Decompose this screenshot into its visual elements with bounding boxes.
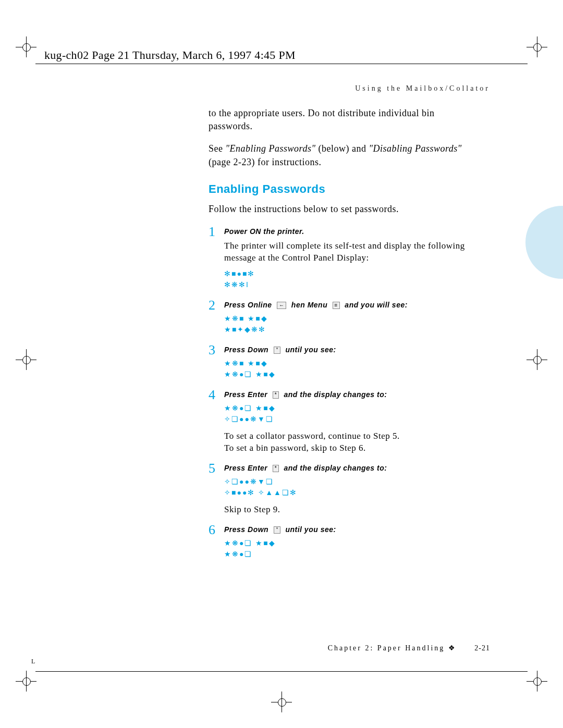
step-3: 3 Press Down ˅ until you see: ★❋■ ★■◆ ★❋… bbox=[209, 343, 480, 385]
step-2: 2 Press Online ← hen Menu ≡ and you will… bbox=[209, 299, 480, 340]
side-letter: L bbox=[31, 658, 35, 665]
key-enter-icon: * bbox=[273, 465, 279, 472]
step-num: 4 bbox=[209, 388, 224, 459]
key-menu-icon: ≡ bbox=[333, 302, 340, 309]
section-intro: Follow the instructions below to set pas… bbox=[209, 203, 480, 216]
bottom-rule bbox=[35, 671, 528, 672]
step-title-part: and you will see: bbox=[342, 301, 408, 309]
step-title-part: Press Online bbox=[224, 301, 274, 309]
key-online-icon: ← bbox=[277, 302, 287, 309]
step-title-part: Press Down bbox=[224, 525, 271, 534]
reg-mark-bottom bbox=[271, 692, 292, 712]
display-output: ★❋■ ★■◆ ★■✦◆❋✻ bbox=[224, 313, 480, 335]
step-4: 4 Press Enter * and the display changes … bbox=[209, 388, 480, 459]
side-tab bbox=[525, 206, 563, 279]
crop-mark-tr bbox=[527, 36, 547, 57]
footer-chapter: Chapter 2: Paper Handling bbox=[328, 644, 445, 652]
reg-mark-left bbox=[16, 349, 36, 370]
step-num: 2 bbox=[209, 299, 224, 340]
page-footer: Chapter 2: Paper Handling ❖ 2-21 bbox=[328, 644, 490, 652]
step-6: 6 Press Down ˅ until you see: ★❋●❏ ★■◆ ★… bbox=[209, 523, 480, 565]
footer-arrow-icon: ❖ bbox=[448, 644, 457, 652]
see-mid1: (below) and bbox=[315, 143, 369, 154]
step-title-part: and the display changes to: bbox=[282, 390, 387, 399]
step-title-part: and the display changes to: bbox=[282, 464, 387, 472]
display-output: ★❋●❏ ★■◆ ★❋●❏ bbox=[224, 538, 480, 560]
main-content: to the appropriate users. Do not distrib… bbox=[209, 107, 480, 568]
intro-para: to the appropriate users. Do not distrib… bbox=[209, 107, 480, 133]
step-5: 5 Press Enter * and the display changes … bbox=[209, 462, 480, 520]
crop-mark-tl bbox=[16, 36, 36, 57]
step-title: Power ON the printer. bbox=[224, 227, 304, 236]
see-para: See "Enabling Passwords" (below) and "Di… bbox=[209, 142, 480, 168]
step-num: 3 bbox=[209, 343, 224, 385]
step-num: 5 bbox=[209, 462, 224, 520]
display-output: ★❋●❏ ★■◆ ✧❏●●❋▼❏ bbox=[224, 403, 480, 425]
step-title-part: Press Enter bbox=[224, 464, 270, 472]
step-after-text: Skip to Step 9. bbox=[224, 503, 480, 516]
step-after-text: To set a collator password, continue to … bbox=[224, 430, 480, 455]
see-mid2: (page 2-23) for instructions. bbox=[209, 157, 321, 167]
page-header: kug-ch02 Page 21 Thursday, March 6, 1997… bbox=[44, 48, 296, 62]
step-body-text: The printer will complete its self-test … bbox=[224, 240, 480, 265]
footer-pagenum: 2-21 bbox=[474, 644, 490, 652]
step-title-part: hen Menu bbox=[289, 301, 329, 309]
step-title-part: Press Down bbox=[224, 346, 271, 354]
running-head: Using the Mailbox/Collator bbox=[355, 84, 490, 93]
display-output: ★❋■ ★■◆ ★❋●❏ ★■◆ bbox=[224, 358, 480, 380]
display-output: ✻■●■✻ ✻❋✻I bbox=[224, 268, 480, 290]
key-down-icon: ˅ bbox=[274, 347, 281, 354]
top-rule bbox=[35, 64, 528, 64]
step-num: 6 bbox=[209, 523, 224, 565]
step-title-part: until you see: bbox=[283, 346, 336, 354]
step-title-part: Press Enter bbox=[224, 390, 270, 399]
key-enter-icon: * bbox=[273, 391, 279, 399]
see-ref1: "Enabling Passwords" bbox=[226, 143, 316, 154]
see-ref2: "Disabling Passwords" bbox=[369, 143, 461, 154]
step-title-part: until you see: bbox=[283, 525, 336, 534]
crop-mark-bl bbox=[16, 671, 36, 692]
see-prefix: See bbox=[209, 143, 226, 154]
steps-list: 1 Power ON the printer. The printer will… bbox=[209, 225, 480, 565]
reg-mark-right bbox=[527, 349, 547, 370]
key-down-icon: ˅ bbox=[274, 526, 281, 534]
step-num: 1 bbox=[209, 225, 224, 295]
display-output: ✧❏●●❋▼❏ ✧■●●✻ ✧▲▲❏✻ bbox=[224, 476, 480, 498]
step-1: 1 Power ON the printer. The printer will… bbox=[209, 225, 480, 295]
crop-mark-br bbox=[527, 671, 547, 692]
section-title: Enabling Passwords bbox=[209, 181, 480, 198]
